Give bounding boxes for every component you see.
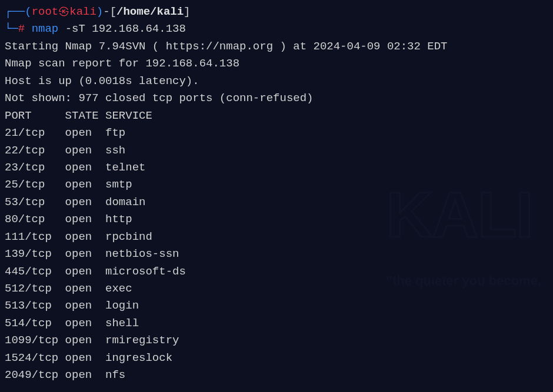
output-report: Nmap scan report for 192.168.64.138 <box>5 55 548 72</box>
output-starting: Starting Nmap 7.94SVN ( https://nmap.org… <box>5 38 548 55</box>
command-program: nmap <box>32 22 59 35</box>
output-notshown: Not shown: 977 closed tcp ports (conn-re… <box>5 90 548 107</box>
prompt-line-1: ┌──(root㉿kali)-[/home/kali] <box>5 4 548 21</box>
prompt-symbol: # <box>18 22 25 35</box>
command-args: -sT 192.168.64.138 <box>65 22 186 35</box>
terminal-output[interactable]: ┌──(root㉿kali)-[/home/kali] └─# nmap -sT… <box>5 4 548 384</box>
prompt-line-2: └─# nmap -sT 192.168.64.138 <box>5 21 548 38</box>
output-host: Host is up (0.0018s latency). <box>5 73 548 90</box>
prompt-user: root <box>32 5 59 18</box>
prompt-cwd: /home/kali <box>116 5 184 18</box>
port-table: PORT STATE SERVICE 21/tcp open ftp 22/tc… <box>5 108 548 384</box>
prompt-host: kali <box>69 5 96 18</box>
skull-icon: ㉿ <box>58 5 69 18</box>
